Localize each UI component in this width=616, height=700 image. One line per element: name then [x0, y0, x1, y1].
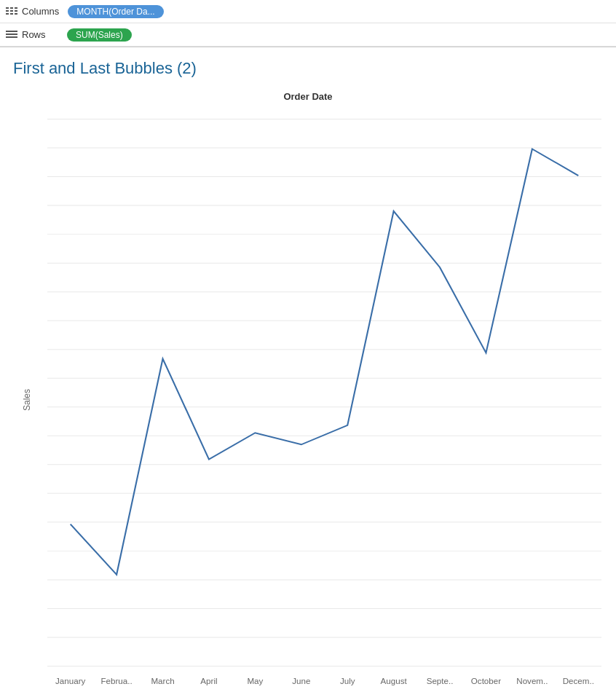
svg-text:March: March	[151, 677, 174, 686]
chart-container: Order Date Sales	[0, 84, 616, 695]
chart-svg: 360K 340K 320K 300K 280K 260K 240K 220K …	[47, 105, 601, 695]
svg-rect-7	[15, 10, 17, 12]
rows-pill[interactable]: SUM(Sales)	[67, 28, 132, 42]
svg-text:Februa..: Februa..	[101, 677, 133, 686]
svg-rect-8	[15, 13, 17, 15]
svg-rect-10	[6, 34, 17, 35]
rows-label: Rows	[22, 29, 58, 40]
svg-text:July: July	[340, 677, 355, 686]
y-axis-label: Sales	[22, 389, 32, 411]
columns-label: Columns	[22, 6, 59, 17]
svg-text:October: October	[471, 677, 502, 686]
columns-icon	[6, 7, 17, 17]
svg-rect-3	[10, 7, 13, 9]
svg-rect-9	[6, 31, 17, 32]
svg-text:June: June	[292, 677, 310, 686]
svg-text:April: April	[200, 677, 217, 686]
chart-title: Order Date	[0, 91, 616, 102]
rows-row: Rows SUM(Sales)	[0, 23, 616, 47]
data-line	[71, 149, 579, 575]
svg-text:May: May	[247, 677, 263, 686]
svg-rect-2	[6, 13, 9, 15]
columns-row: Columns MONTH(Order Da...	[0, 0, 616, 23]
svg-text:January: January	[55, 677, 86, 686]
svg-text:August: August	[381, 677, 408, 686]
columns-pill[interactable]: MONTH(Order Da...	[68, 5, 163, 18]
svg-rect-11	[6, 36, 17, 38]
svg-rect-5	[10, 13, 13, 15]
svg-rect-6	[15, 7, 17, 9]
svg-rect-0	[6, 7, 9, 9]
svg-text:Decem..: Decem..	[563, 677, 594, 686]
svg-rect-1	[6, 10, 9, 12]
svg-rect-4	[10, 10, 13, 12]
page-title: First and Last Bubbles (2)	[0, 47, 616, 84]
rows-icon	[6, 30, 17, 40]
svg-text:Septe..: Septe..	[427, 677, 454, 686]
toolbar: Columns MONTH(Order Da... Rows SUM(Sales…	[0, 0, 616, 47]
svg-text:Novem..: Novem..	[516, 677, 548, 686]
